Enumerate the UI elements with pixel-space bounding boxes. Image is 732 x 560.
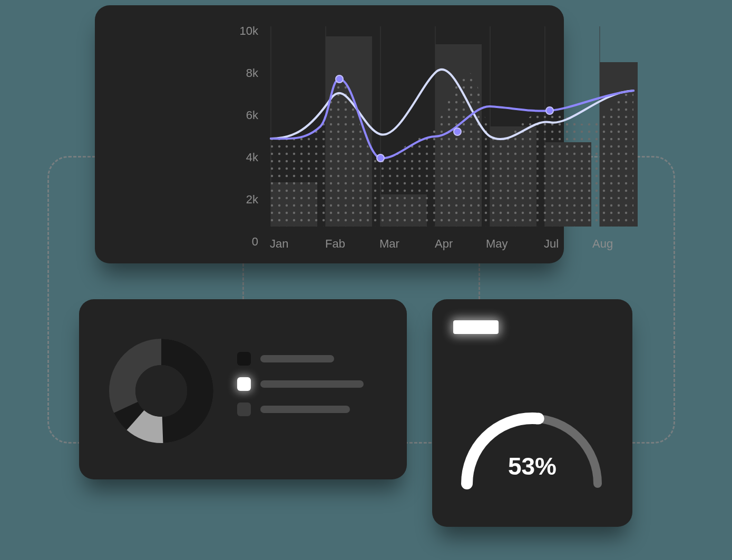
donut-chart-card: [79, 299, 407, 479]
x-tick-fab: Fab: [325, 237, 345, 251]
donut-legend: [237, 352, 364, 428]
y-tick-6k: 6k: [227, 109, 258, 122]
gauge-title-placeholder: [453, 320, 499, 334]
legend-row: [237, 377, 364, 391]
legend-row: [237, 352, 364, 366]
combo-chart-card: 10k 8k 6k 4k 2k 0 Jan Fab Mar Apr May Ju…: [95, 5, 564, 263]
legend-swatch-dark: [237, 352, 251, 366]
x-tick-aug: Aug: [592, 237, 613, 251]
legend-swatch-grey: [237, 402, 251, 416]
y-tick-2k: 2k: [227, 193, 258, 207]
x-tick-jan: Jan: [270, 237, 288, 251]
combo-chart-plot: [262, 26, 638, 227]
svg-point-23: [135, 365, 187, 417]
legend-bar: [260, 380, 364, 388]
gauge-card: 53%: [432, 299, 632, 527]
svg-point-19: [546, 107, 553, 114]
dashed-connector-line: [242, 263, 244, 299]
y-tick-4k: 4k: [227, 151, 258, 164]
x-tick-mar: Mar: [379, 237, 399, 251]
x-tick-apr: Apr: [435, 237, 453, 251]
gauge-percentage: 53%: [432, 452, 632, 480]
y-tick-10k: 10k: [227, 24, 258, 38]
x-tick-may: May: [486, 237, 508, 251]
legend-swatch-white: [237, 377, 251, 391]
svg-point-16: [336, 75, 343, 83]
y-tick-8k: 8k: [227, 66, 258, 80]
legend-row: [237, 402, 364, 416]
svg-point-17: [377, 154, 384, 162]
x-tick-jul: Jul: [544, 237, 559, 251]
svg-point-18: [454, 128, 461, 135]
donut-chart: [109, 338, 214, 444]
dashed-connector-line: [479, 263, 480, 299]
y-tick-0: 0: [227, 235, 258, 249]
legend-bar: [260, 406, 350, 413]
legend-bar: [260, 355, 334, 362]
